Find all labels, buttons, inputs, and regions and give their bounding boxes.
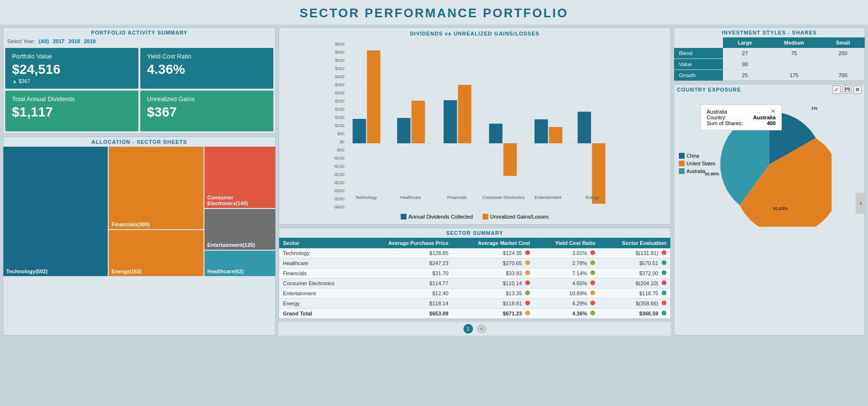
table-row: Healthcare $247.23 $270.65 2.78% $570.51: [279, 258, 670, 268]
sector-summary-title: SECTOR SUMMARY: [279, 228, 670, 238]
treemap-healthcare[interactable]: Healthcare(62): [204, 251, 275, 276]
svg-text:Entertainment: Entertainment: [534, 195, 562, 200]
treemap-energy[interactable]: Energy(163): [109, 230, 203, 276]
svg-text:-$350: -$350: [333, 197, 344, 201]
indicator: [590, 290, 595, 295]
portfolio-summary: PORTFOLIO ACTIVITY SUMMARY Select Year: …: [3, 27, 276, 134]
svg-text:$500: $500: [335, 58, 344, 63]
country-exposure-title: COUNTRY EXPOSURE: [677, 86, 741, 93]
svg-text:$0: $0: [339, 139, 344, 144]
table-row: Growth 25 175 700: [674, 70, 865, 81]
table-row: Value 90: [674, 59, 865, 70]
fullscreen-icon[interactable]: ⤢: [832, 85, 841, 94]
settings-icon[interactable]: ⚙: [853, 85, 862, 94]
legend-china-color: [679, 153, 685, 159]
next-page-arrow[interactable]: ›: [856, 193, 866, 214]
svg-text:-$300: -$300: [333, 188, 344, 193]
style-blend: Blend: [674, 48, 723, 59]
value-large: 90: [723, 59, 767, 70]
tooltip-country-name: Australia: [707, 109, 727, 115]
blend-small: 200: [821, 48, 865, 59]
treemap-consumer-electronics-label: Consumer Electronics(140): [207, 195, 272, 206]
indicator: [525, 260, 530, 265]
row-yield: 7.14%: [534, 268, 599, 278]
row-sector: Grand Total: [279, 309, 360, 319]
unrealized-gains-card: Unrealized Gains $367: [140, 91, 273, 131]
tooltip-country-value: Australia: [753, 115, 776, 120]
year-2019[interactable]: 2019: [84, 38, 95, 44]
indicator: [662, 290, 666, 295]
treemap-entertainment-label: Entertainment(125): [207, 242, 255, 248]
treemap-financials[interactable]: Financials(300): [109, 147, 203, 229]
year-all[interactable]: (All): [39, 38, 49, 44]
svg-text:Energy: Energy: [586, 195, 599, 200]
year-2018[interactable]: 2018: [68, 38, 80, 44]
row-avg-purchase: $247.23: [360, 258, 452, 268]
legend-australia-label: Australia: [687, 169, 705, 174]
legend-gains-color: [483, 214, 488, 220]
row-avg-purchase: $114.77: [360, 278, 452, 289]
country-exposure: COUNTRY EXPOSURE ⤢ 💾 ⚙: [674, 84, 865, 336]
annual-dividends-value: $1,117: [12, 104, 132, 120]
row-yield: 4.65%: [534, 278, 599, 289]
metrics-grid: Portfolio Value $24,516 ▲ $367 Yield Cos…: [3, 46, 275, 133]
row-sector: Energy: [279, 299, 360, 309]
svg-text:$600: $600: [335, 42, 344, 46]
svg-text:$50: $50: [337, 131, 344, 136]
treemap-entertainment[interactable]: Entertainment(125): [204, 209, 275, 250]
bar-ent-gain: [549, 127, 563, 143]
pagination: 1 •: [279, 322, 671, 336]
tooltip-shares-value: 400: [767, 120, 776, 126]
yield-cost-value: 4.36%: [147, 62, 267, 77]
pct-label-51: 51.63%: [773, 206, 788, 211]
row-yield: 4.36%: [534, 309, 599, 319]
row-avg-purchase: $653.09: [360, 309, 452, 319]
table-row: Consumer Electronics $114.77 $110.14 4.6…: [279, 278, 670, 289]
year-2017[interactable]: 2017: [53, 38, 64, 44]
treemap-energy-label: Energy(163): [112, 268, 142, 274]
row-avg-purchase: $128.85: [360, 248, 452, 258]
row-avg-purchase: $12.40: [360, 289, 452, 299]
treemap-consumer-electronics[interactable]: Consumer Electronics(140): [204, 147, 275, 208]
table-row: Entertainment $12.40 $13.35 10.89% $118.…: [279, 289, 670, 299]
growth-small: 700: [821, 70, 865, 81]
table-row: Energy $118.14 $118.81 4.29% $(358.66): [279, 299, 670, 309]
legend-australia: Australia: [679, 168, 715, 174]
page-dot[interactable]: •: [477, 324, 486, 334]
treemap: Technology(502) Financials(300) Energy(1…: [3, 147, 275, 276]
row-yield: 10.89%: [534, 289, 599, 299]
bar-health-gain: [412, 101, 425, 143]
svg-text:-$400: -$400: [333, 205, 344, 209]
value-medium: [767, 59, 821, 70]
indicator: [662, 270, 666, 275]
unrealized-gains-label: Unrealized Gains: [147, 95, 267, 103]
treemap-technology[interactable]: Technology(502): [3, 147, 108, 276]
save-icon[interactable]: 💾: [843, 85, 851, 94]
bar-ce-gain: [504, 143, 517, 176]
row-evaluation: $(204.10): [599, 278, 670, 289]
indicator: [590, 301, 595, 305]
legend-us-label: United States: [687, 161, 715, 166]
left-column: PORTFOLIO ACTIVITY SUMMARY Select Year: …: [3, 27, 276, 336]
row-evaluation: $(358.66): [599, 299, 670, 309]
indicator: [590, 260, 595, 265]
indicator: [590, 270, 595, 275]
legend-china-label: China: [687, 153, 699, 159]
col-avg-market: Average Market Cost: [452, 238, 534, 248]
country-icons: ⤢ 💾 ⚙: [832, 85, 862, 94]
tooltip-close-button[interactable]: ✕: [771, 108, 776, 115]
bar-health-div: [397, 118, 411, 143]
page-1[interactable]: 1: [463, 324, 473, 334]
country-tooltip: Australia ✕ Country: Australia Sum of Sh…: [700, 104, 782, 130]
sector-table-header: Sector Average Purchase Price Average Ma…: [279, 238, 670, 248]
table-row: Grand Total $653.09 $671.23 4.36% $366.5…: [279, 309, 670, 319]
yield-cost-label: Yield Cost Ratio: [147, 53, 267, 60]
row-yield: 3.01%: [534, 248, 599, 258]
legend-china: China: [679, 153, 715, 159]
year-label: Select Year:: [7, 38, 35, 44]
style-growth: Growth: [674, 70, 723, 81]
styles-body: Blend 27 75 200 Value 90 Growth: [674, 48, 865, 81]
tooltip-title: Australia ✕: [707, 109, 776, 115]
svg-text:-$50: -$50: [336, 148, 344, 152]
blend-medium: 75: [767, 48, 821, 59]
